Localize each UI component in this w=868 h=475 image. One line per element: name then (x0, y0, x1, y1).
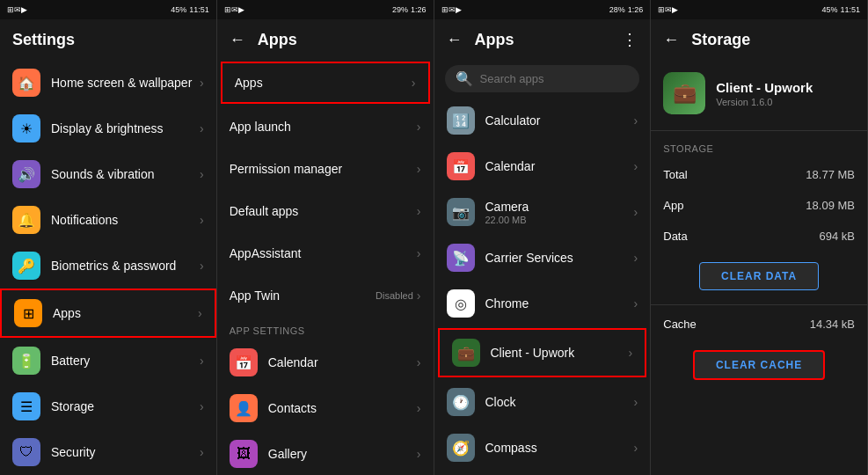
storage-section-title: STORAGE (651, 135, 867, 159)
contacts-app-label: Contacts (268, 401, 417, 415)
app-launch-item[interactable]: App launch › (217, 106, 434, 148)
settings-list: 🏠 Home screen & wallpaper › ☀ Display & … (0, 60, 216, 475)
chevron-icon: › (417, 355, 421, 369)
app-twin-status: Disabled › (376, 289, 420, 303)
panel-storage: ⊞✉▶ 45% 11:51 ← Storage 💼 Client - Upwor… (651, 0, 868, 475)
settings-top-bar: Settings (0, 19, 216, 60)
list-item-chrome[interactable]: ◎ Chrome › (434, 281, 651, 326)
storage-app-row: App 18.09 MB (651, 190, 867, 221)
chevron-icon: › (412, 76, 416, 90)
status-bar-1: ⊞✉▶ 45% 11:51 (0, 0, 216, 19)
list-item-camera[interactable]: 📷 Camera 22.00 MB › (434, 189, 651, 235)
signal-icon-2: ⊞✉▶ (224, 5, 244, 14)
apps-top-bar: ← Apps (217, 19, 434, 60)
panel-apps-settings: ⊞✉▶ 29% 1:26 ← Apps Apps › App launch › … (217, 0, 434, 475)
app-twin-item[interactable]: App Twin Disabled › (217, 274, 434, 317)
battery-1: 45% (171, 5, 186, 14)
notifications-label: Notifications (51, 213, 200, 227)
chevron-icon: › (417, 204, 421, 218)
app-name: Client - Upwork (716, 80, 813, 95)
settings-item-display[interactable]: ☀ Display & brightness › (0, 106, 216, 151)
settings-item-security[interactable]: 🛡 Security › (0, 429, 216, 475)
time-3: 1:26 (628, 5, 644, 14)
back-button[interactable]: ← (230, 31, 245, 49)
calendar-icon: 📅 (447, 152, 475, 180)
settings-item-notifications[interactable]: 🔔 Notifications › (0, 197, 216, 243)
carrier-icon: 📡 (447, 244, 475, 272)
clear-cache-button[interactable]: CLEAR CACHE (693, 350, 825, 380)
sounds-label: Sounds & vibration (51, 167, 200, 181)
app-storage-value: 18.09 MB (806, 199, 855, 212)
list-item-carrier[interactable]: 📡 Carrier Services › (434, 235, 651, 281)
gallery-app-label: Gallery (268, 447, 417, 461)
battery-label: Battery (51, 354, 200, 368)
back-button-4[interactable]: ← (663, 31, 679, 49)
compass-icon: 🧭 (447, 434, 475, 462)
app-twin-label: App Twin (230, 289, 376, 303)
app-header: 💼 Client - Upwork Version 1.6.0 (651, 60, 867, 127)
settings-item-storage[interactable]: ☰ Storage › (0, 384, 216, 429)
app-settings-section: APP SETTINGS (217, 317, 434, 340)
list-item-contacts[interactable]: 👤 Contacts › (434, 471, 651, 475)
battery-icon: 🔋 (12, 347, 40, 375)
list-item-calendar[interactable]: 📅 Calendar › (434, 143, 651, 189)
status-bar-2: ⊞✉▶ 29% 1:26 (217, 0, 434, 19)
settings-item-biometrics[interactable]: 🔑 Biometrics & password › (0, 243, 216, 289)
chevron-icon: › (200, 354, 204, 368)
list-item-calculator[interactable]: 🔢 Calculator › (434, 98, 651, 143)
camera-sub: 22.00 MB (485, 215, 634, 225)
carrier-label: Carrier Services (485, 251, 634, 265)
apps-main-item[interactable]: Apps › (221, 62, 430, 104)
app-version: Version 1.6.0 (716, 97, 813, 107)
app-launch-label: App launch (230, 120, 417, 134)
chevron-icon: › (417, 289, 421, 303)
settings-item-battery[interactable]: 🔋 Battery › (0, 338, 216, 384)
biometrics-label: Biometrics & password (51, 259, 200, 273)
permission-label: Permission manager (230, 162, 417, 176)
status-icons-4: ⊞✉▶ (658, 5, 678, 14)
chevron-icon: › (634, 205, 638, 219)
signal-icon: ⊞✉▶ (7, 5, 27, 14)
list-item-compass[interactable]: 🧭 Compass › (434, 425, 651, 471)
signal-icon-4: ⊞✉▶ (658, 5, 678, 14)
back-button-3[interactable]: ← (447, 31, 463, 49)
gallery-app-item[interactable]: 🖼 Gallery › (217, 431, 434, 475)
chevron-icon: › (200, 445, 204, 459)
divider-2 (651, 304, 867, 305)
list-item-clock[interactable]: 🕐 Clock › (434, 379, 651, 425)
total-value: 18.77 MB (806, 168, 855, 181)
default-apps-label: Default apps (230, 204, 417, 218)
chevron-icon: › (200, 259, 204, 273)
clear-data-button[interactable]: CLEAR DATA (699, 262, 819, 290)
storage-top-bar: ← Storage (651, 19, 867, 60)
biometrics-icon: 🔑 (12, 252, 40, 280)
apps-label: Apps (53, 306, 198, 320)
home-icon: 🏠 (12, 69, 40, 97)
calculator-label: Calculator (485, 113, 634, 128)
calendar-label: Calendar (485, 159, 634, 173)
home-label: Home screen & wallpaper (51, 76, 200, 90)
permission-manager-item[interactable]: Permission manager › (217, 148, 434, 190)
time-4: 11:51 (840, 5, 860, 14)
storage-total-row: Total 18.77 MB (651, 159, 867, 190)
settings-item-home[interactable]: 🏠 Home screen & wallpaper › (0, 60, 216, 106)
status-bar-4: ⊞✉▶ 45% 11:51 (651, 0, 867, 19)
apps-icon: ⊞ (14, 299, 42, 327)
default-apps-item[interactable]: Default apps › (217, 190, 434, 232)
sound-icon: 🔊 (12, 160, 40, 188)
more-icon[interactable]: ⋮ (622, 30, 638, 49)
settings-item-sounds[interactable]: 🔊 Sounds & vibration › (0, 151, 216, 197)
status-right-2: 29% 1:26 (392, 5, 427, 14)
contacts-app-item[interactable]: 👤 Contacts › (217, 385, 434, 431)
list-item-client[interactable]: 💼 Client - Upwork › (438, 328, 647, 377)
settings-item-apps[interactable]: ⊞ Apps › (0, 289, 216, 338)
signal-icon-3: ⊞✉▶ (441, 5, 462, 14)
status-right-3: 28% 1:26 (609, 5, 644, 14)
calendar-app-item[interactable]: 📅 Calendar › (217, 340, 434, 385)
settings-title: Settings (12, 31, 75, 49)
chevron-icon: › (629, 346, 633, 360)
chevron-icon: › (634, 159, 638, 173)
appassistant-item[interactable]: AppAssistant › (217, 232, 434, 274)
search-input[interactable] (480, 72, 630, 85)
chrome-label: Chrome (485, 296, 634, 311)
